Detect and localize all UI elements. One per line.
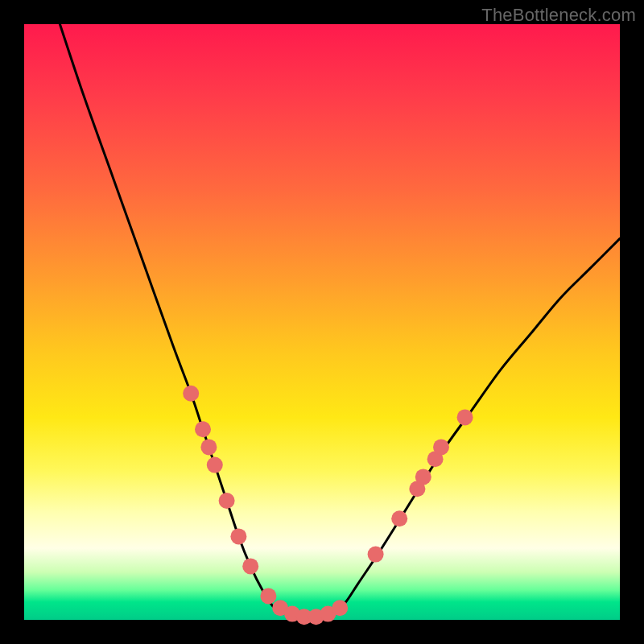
- marker-dot: [183, 386, 199, 402]
- marker-dot: [415, 469, 431, 485]
- bottleneck-curve: [60, 24, 620, 621]
- marker-dot: [391, 510, 407, 526]
- marker-dot: [433, 439, 449, 455]
- marker-dot: [230, 528, 246, 544]
- chart-frame: TheBottleneck.com: [0, 0, 644, 644]
- plot-area: [24, 24, 620, 620]
- watermark-text: TheBottleneck.com: [481, 5, 636, 26]
- marker-dot: [219, 493, 235, 509]
- marker-dot: [332, 600, 348, 616]
- marker-dot: [242, 558, 258, 574]
- marker-dot: [260, 588, 276, 604]
- marker-dot: [368, 547, 384, 563]
- marker-dot: [195, 421, 211, 437]
- curve-svg: [24, 24, 620, 620]
- marker-dot: [207, 457, 223, 473]
- marker-group: [183, 386, 473, 625]
- marker-dot: [457, 409, 473, 425]
- marker-dot: [200, 439, 217, 455]
